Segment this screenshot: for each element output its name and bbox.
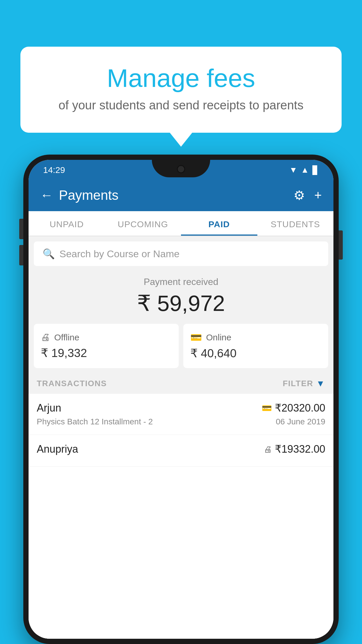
battery-icon: ▊ [312,165,319,175]
transaction-amount-row: 💳 ₹20320.00 [262,402,325,414]
transaction-amount: ₹20320.00 [275,402,325,414]
tabs-bar: UNPAID UPCOMING PAID STUDENTS [29,211,333,236]
transaction-bottom: Physics Batch 12 Installment - 2 06 June… [37,417,325,426]
online-payment-icon: 💳 [262,403,272,413]
wifi-icon: ▼ [289,165,298,175]
status-icons: ▼ ▲ ▊ [289,165,319,175]
top-bar-right: ⚙ + [294,188,322,203]
add-button[interactable]: + [314,188,322,202]
offline-payment-icon: 🖨 [264,444,272,454]
online-card: 💳 Online ₹ 40,640 [183,324,328,368]
volume-button-top [19,219,23,239]
tab-students[interactable]: STUDENTS [257,211,334,236]
table-row[interactable]: Arjun 💳 ₹20320.00 Physics Batch 12 Insta… [29,394,333,435]
tab-unpaid[interactable]: UNPAID [29,211,105,236]
transaction-amount-row-2: 🖨 ₹19332.00 [264,443,325,455]
transaction-name: Arjun [37,402,61,414]
top-bar: ← Payments ⚙ + [29,179,333,211]
table-row[interactable]: Anupriya 🖨 ₹19332.00 [29,435,333,467]
filter-icon: ▼ [316,379,325,388]
payment-amount: ₹ 59,972 [37,290,325,316]
power-button [339,230,343,260]
speech-bubble-section: Manage fees of your students and send re… [20,47,342,133]
page-title: Payments [59,187,119,203]
filter-label: FILTER [283,379,313,388]
transaction-date: 06 June 2019 [276,417,325,426]
online-card-header: 💳 Online [190,332,321,343]
bubble-subtitle: of your students and send receipts to pa… [44,98,318,112]
main-content: 🔍 Search by Course or Name Payment recei… [29,236,333,639]
offline-icon: 🖨 [41,332,50,343]
search-input[interactable]: Search by Course or Name [59,248,319,260]
payment-summary: Payment received ₹ 59,972 [29,266,333,324]
transaction-amount-2: ₹19332.00 [275,443,325,455]
signal-icon: ▲ [301,165,309,175]
transaction-top: Arjun 💳 ₹20320.00 [37,402,325,414]
transactions-header: TRANSACTIONS FILTER ▼ [29,373,333,394]
status-bar: 14:29 ▼ ▲ ▊ [29,160,333,179]
phone-mockup: 14:29 ▼ ▲ ▊ ← Payments ⚙ + [23,155,339,644]
offline-label: Offline [54,332,79,342]
transaction-name-2: Anupriya [37,443,78,455]
transaction-top-2: Anupriya 🖨 ₹19332.00 [37,443,325,455]
offline-card-header: 🖨 Offline [41,332,172,343]
notch [152,160,210,177]
speech-bubble: Manage fees of your students and send re… [20,47,342,133]
top-bar-left: ← Payments [40,187,119,203]
search-icon: 🔍 [43,248,55,260]
transactions-list: Arjun 💳 ₹20320.00 Physics Batch 12 Insta… [29,394,333,639]
transaction-course: Physics Batch 12 Installment - 2 [37,417,153,426]
filter-button[interactable]: FILTER ▼ [283,379,325,388]
tab-paid[interactable]: PAID [181,211,257,236]
phone-outer: 14:29 ▼ ▲ ▊ ← Payments ⚙ + [23,155,339,644]
online-amount: ₹ 40,640 [190,346,321,360]
back-button[interactable]: ← [40,188,53,202]
search-bar[interactable]: 🔍 Search by Course or Name [34,242,328,266]
status-time: 14:29 [43,165,65,175]
camera [177,165,185,173]
transactions-label: TRANSACTIONS [37,379,107,388]
online-icon: 💳 [190,332,202,343]
volume-button-bottom [19,245,23,265]
payment-cards: 🖨 Offline ₹ 19,332 💳 Online ₹ 40,640 [34,324,328,368]
tab-upcoming[interactable]: UPCOMING [105,211,181,236]
online-label: Online [206,332,231,342]
settings-icon[interactable]: ⚙ [294,188,305,203]
payment-label: Payment received [37,276,325,287]
phone-screen: 14:29 ▼ ▲ ▊ ← Payments ⚙ + [29,160,333,639]
offline-card: 🖨 Offline ₹ 19,332 [34,324,179,368]
offline-amount: ₹ 19,332 [41,346,172,360]
bubble-title: Manage fees [44,64,318,92]
